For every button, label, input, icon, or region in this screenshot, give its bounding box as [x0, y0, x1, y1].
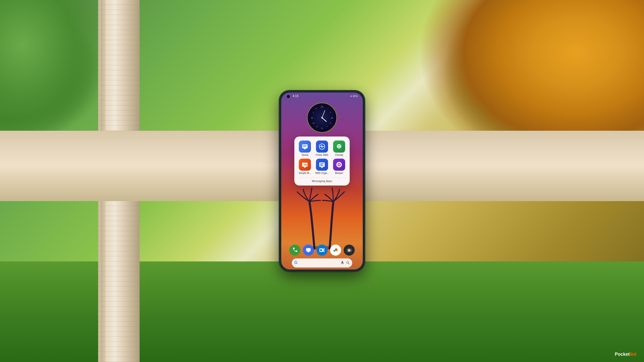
pocketlint-watermark: Pocketlint [615, 352, 636, 357]
app-item-pulse[interactable]: Pulse SMS [314, 141, 330, 157]
folder-popup[interactable]: Textra Pulse SMS Chomp [294, 137, 350, 186]
palm-svg [297, 184, 347, 249]
svg-line-12 [322, 118, 326, 121]
google-logo: G [294, 260, 299, 266]
app-item-chomp[interactable]: Chomp [332, 141, 347, 157]
svg-rect-34 [320, 249, 322, 251]
dock-camera-icon[interactable] [344, 245, 355, 256]
textra-icon [299, 141, 311, 153]
svg-text:IV: IV [330, 122, 332, 124]
svg-text:XII: XII [321, 106, 324, 108]
svg-line-13 [322, 111, 325, 118]
wifi-icon: ▾ [350, 95, 352, 98]
dock-chrome-icon[interactable] [330, 245, 341, 256]
chomp-icon [333, 141, 345, 153]
dock-phone-icon[interactable] [289, 245, 300, 256]
phone-wrapper: 4:15 ▾ 41% XII III VI IX I II [279, 90, 365, 272]
dock-messages-icon[interactable] [303, 245, 314, 256]
svg-point-14 [321, 117, 323, 118]
app-item-textra[interactable]: Textra [297, 141, 312, 157]
dock-outlook-icon[interactable] [316, 245, 328, 256]
mic-icon[interactable] [341, 261, 344, 265]
status-icons: ▾ 41% [350, 95, 358, 98]
svg-text:III: III [331, 117, 333, 119]
battery-icon: 41% [353, 95, 358, 98]
svg-rect-43 [348, 248, 350, 249]
app-item-beeper[interactable]: Beeper [332, 159, 347, 175]
svg-text:G: G [294, 260, 297, 265]
palm-silhouette [297, 184, 347, 249]
svg-text:VII: VII [315, 126, 318, 127]
status-time: 4:15 [293, 94, 298, 98]
svg-point-31 [338, 164, 340, 165]
textra-label: Textra [301, 154, 308, 157]
phone-device: 4:15 ▾ 41% XII III VI IX I II [279, 90, 365, 272]
folder-title: Messaging Apps [297, 177, 347, 183]
smsorg-label: SMS Orga... [315, 172, 329, 175]
clock-face: XII III VI IX I II IV V XI X VIII VII [307, 103, 337, 133]
beeper-label: Beeper [335, 172, 343, 175]
pulse-label: Pulse SMS [316, 154, 328, 157]
lint-text: lint [630, 352, 636, 357]
phone-screen: 4:15 ▾ 41% XII III VI IX I II [281, 93, 363, 269]
app-item-simplem[interactable]: SMS Simple M... [297, 159, 312, 175]
svg-text:VI: VI [321, 127, 323, 130]
beeper-icon [333, 159, 345, 171]
svg-rect-26 [320, 163, 324, 164]
svg-rect-45 [342, 261, 343, 263]
app-item-smsorg[interactable]: SMS Orga... [314, 159, 330, 175]
folder-grid: Textra Pulse SMS Chomp [297, 141, 347, 175]
svg-text:SMS: SMS [304, 163, 308, 166]
svg-text:VIII: VIII [312, 122, 315, 124]
svg-text:XI: XI [315, 108, 317, 109]
clock-widget: XII III VI IX I II IV V XI X VIII VII [307, 103, 337, 133]
svg-line-48 [348, 263, 349, 264]
search-bar[interactable]: G [292, 258, 352, 267]
svg-rect-35 [323, 248, 325, 252]
status-bar: 4:15 ▾ 41% [281, 93, 363, 100]
lens-icon[interactable] [346, 261, 350, 265]
svg-point-22 [339, 145, 340, 146]
svg-point-20 [337, 144, 341, 149]
svg-text:V: V [327, 126, 328, 127]
dock [289, 245, 355, 256]
lawn [0, 261, 644, 362]
camera-hole [287, 95, 290, 98]
pocket-text: Pocket [615, 352, 630, 357]
chomp-label: Chomp [335, 154, 343, 157]
trees-left [0, 0, 113, 151]
svg-rect-32 [306, 248, 311, 251]
pulse-icon [316, 141, 328, 153]
smsorg-icon [316, 159, 328, 171]
svg-rect-27 [320, 164, 323, 165]
svg-rect-17 [303, 145, 307, 146]
svg-text:IX: IX [311, 117, 313, 119]
svg-point-21 [338, 145, 339, 146]
svg-text:X: X [313, 111, 314, 113]
simplem-icon: SMS [299, 159, 311, 171]
svg-point-42 [349, 250, 350, 251]
svg-text:II: II [330, 111, 331, 113]
svg-rect-18 [303, 146, 306, 147]
svg-rect-28 [320, 165, 323, 166]
svg-text:I: I [328, 108, 328, 109]
simplem-label: Simple M... [299, 172, 311, 175]
clock-svg: XII III VI IX I II IV V XI X VIII VII [308, 103, 336, 132]
